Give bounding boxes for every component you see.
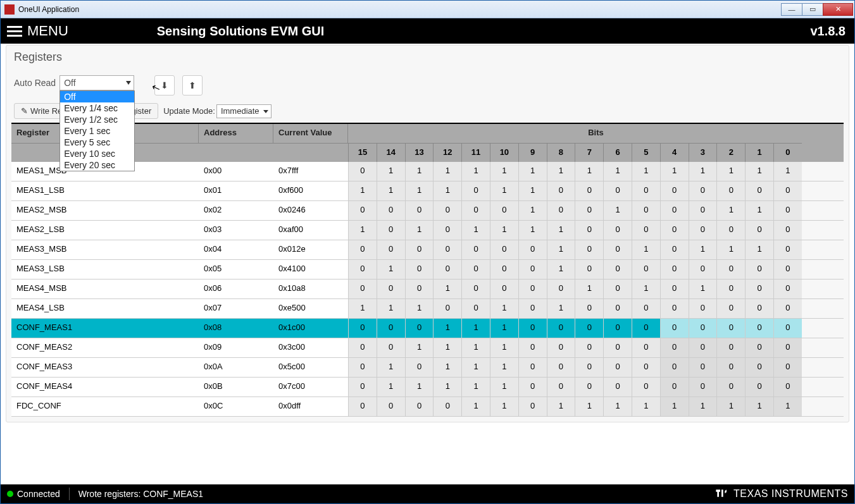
table-row[interactable]: CONF_MEAS10x080x1c000001110000000000 [11,319,844,338]
bit-cell[interactable]: 0 [603,181,632,200]
table-row[interactable]: MEAS3_MSB0x040x012e0000000100101110 [11,240,844,260]
table-row[interactable]: MEAS3_LSB0x050x41000100000100000000 [11,260,844,280]
download-button[interactable]: ⬇ [154,75,175,95]
bit-cell[interactable]: 0 [348,397,377,416]
bit-cell[interactable]: 0 [773,221,802,240]
bit-cell[interactable]: 0 [575,358,603,377]
bit-cell[interactable]: 0 [575,221,603,240]
bit-cell[interactable]: 0 [405,397,434,416]
upload-button[interactable]: ⬆ [182,75,203,95]
bit-cell[interactable]: 0 [632,221,660,240]
bit-cell[interactable]: 0 [773,319,802,338]
bit-cell[interactable]: 0 [490,260,518,279]
bit-cell[interactable]: 1 [575,280,603,298]
bit-cell[interactable]: 1 [461,378,490,396]
bit-cell[interactable]: 0 [603,240,632,259]
bit-cell[interactable]: 1 [518,201,547,220]
bit-cell[interactable]: 0 [433,397,461,416]
bit-cell[interactable]: 1 [547,221,575,240]
bit-cell[interactable]: 1 [433,378,461,396]
bit-cell[interactable]: 0 [547,280,575,298]
table-row[interactable]: CONF_MEAS30x0A0x5c000101110000000000 [11,358,844,378]
bit-cell[interactable]: 0 [603,221,632,240]
bit-cell[interactable]: 0 [547,338,575,357]
bit-cell[interactable]: 0 [348,358,377,377]
bit-cell[interactable]: 1 [433,162,461,181]
bit-cell[interactable]: 0 [405,319,434,338]
bit-cell[interactable]: 0 [745,181,773,200]
bit-cell[interactable]: 0 [632,378,660,396]
bit-cell[interactable]: 0 [461,201,490,220]
bit-cell[interactable]: 0 [575,260,603,279]
bit-cell[interactable]: 1 [490,221,518,240]
bit-cell[interactable]: 1 [348,221,377,240]
bit-cell[interactable]: 1 [632,240,660,259]
bit-cell[interactable]: 0 [461,260,490,279]
bit-cell[interactable]: 0 [518,397,547,416]
bit-cell[interactable]: 0 [689,260,717,279]
bit-cell[interactable]: 0 [433,201,461,220]
bit-cell[interactable]: 0 [490,201,518,220]
bit-cell[interactable]: 0 [745,221,773,240]
bit-cell[interactable]: 1 [660,397,689,416]
update-mode-select[interactable]: Immediate [216,104,271,118]
bit-cell[interactable]: 0 [632,319,660,338]
bit-cell[interactable]: 1 [745,201,773,220]
close-button[interactable]: ✕ [823,3,853,16]
bit-cell[interactable]: 0 [660,240,689,259]
table-row[interactable]: MEAS4_LSB0x070xe5001110010100000000 [11,299,844,319]
bit-cell[interactable]: 0 [660,221,689,240]
bit-cell[interactable]: 0 [689,201,717,220]
bit-cell[interactable]: 0 [575,201,603,220]
bit-cell[interactable]: 0 [660,181,689,200]
bit-cell[interactable]: 0 [405,280,434,298]
bit-cell[interactable]: 0 [745,260,773,279]
bit-cell[interactable]: 1 [490,319,518,338]
bit-cell[interactable]: 1 [518,181,547,200]
auto-read-option[interactable]: Every 5 sec [60,137,134,148]
bit-cell[interactable]: 0 [773,280,802,298]
bit-cell[interactable]: 0 [575,299,603,318]
bit-cell[interactable]: 1 [405,162,434,181]
bit-cell[interactable]: 0 [461,299,490,318]
bit-cell[interactable]: 0 [433,240,461,259]
bit-cell[interactable]: 1 [547,240,575,259]
auto-read-option[interactable]: Every 1 sec [60,125,134,137]
bit-cell[interactable]: 1 [603,162,632,181]
table-row[interactable]: MEAS2_MSB0x020x02460000001001000110 [11,201,844,221]
bit-cell[interactable]: 0 [575,240,603,259]
bit-cell[interactable]: 1 [745,240,773,259]
auto-read-option[interactable]: Every 1/4 sec [60,102,134,114]
bit-cell[interactable]: 1 [490,338,518,357]
bit-cell[interactable]: 1 [490,162,518,181]
bit-cell[interactable]: 0 [518,358,547,377]
bit-cell[interactable]: 1 [377,181,405,200]
auto-read-select[interactable]: Off [59,75,134,90]
bit-cell[interactable]: 0 [745,338,773,357]
table-row[interactable]: CONF_MEAS40x0B0x7c000111110000000000 [11,378,844,397]
bit-cell[interactable]: 1 [547,162,575,181]
bit-cell[interactable]: 1 [716,397,745,416]
bit-cell[interactable]: 0 [689,319,717,338]
bit-cell[interactable]: 0 [716,319,745,338]
bit-cell[interactable]: 1 [377,299,405,318]
bit-cell[interactable]: 0 [377,201,405,220]
bit-cell[interactable]: 0 [689,358,717,377]
bit-cell[interactable]: 1 [518,221,547,240]
bit-cell[interactable]: 0 [716,299,745,318]
bit-cell[interactable]: 0 [603,299,632,318]
bit-cell[interactable]: 0 [745,280,773,298]
bit-cell[interactable]: 0 [575,338,603,357]
bit-cell[interactable]: 1 [716,240,745,259]
bit-cell[interactable]: 0 [660,319,689,338]
bit-cell[interactable]: 0 [689,221,717,240]
bit-cell[interactable]: 1 [689,397,717,416]
bit-cell[interactable]: 1 [547,260,575,279]
bit-cell[interactable]: 0 [348,338,377,357]
bit-cell[interactable]: 1 [490,397,518,416]
table-row[interactable]: MEAS4_MSB0x060x10a80001000010101000 [11,280,844,299]
auto-read-option[interactable]: Off [60,91,134,102]
bit-cell[interactable]: 0 [461,181,490,200]
bit-cell[interactable]: 0 [377,319,405,338]
bit-cell[interactable]: 0 [603,358,632,377]
